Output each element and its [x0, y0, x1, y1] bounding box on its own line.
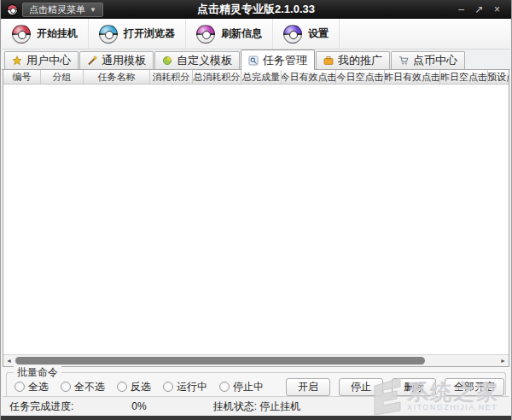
task-table: 编号 分组 任务名称 消耗积分 总消耗积分 总完成量 今日有效点击 今日空点击 …	[3, 70, 509, 367]
window-bottom-edge	[1, 416, 511, 420]
tab-task-management[interactable]: 任务管理	[241, 50, 315, 70]
radio-icon	[163, 382, 173, 392]
app-menu-button[interactable]: 点击精灵菜单 ▼	[22, 3, 103, 17]
radio-running-label: 运行中	[177, 380, 207, 394]
tab-strip: 用户中心 通用模板 自定义模板 任务管理 我的推广 点币中心	[2, 50, 510, 70]
table-header-row: 编号 分组 任务名称 消耗积分 总消耗积分 总完成量 今日有效点击 今日空点击 …	[3, 70, 509, 85]
close-icon[interactable]: ×	[490, 3, 504, 16]
settings-label: 设置	[308, 26, 329, 41]
pokeball-red-icon	[12, 25, 31, 44]
window-controls: – ↗ ×	[454, 3, 511, 16]
settings-button[interactable]: 设置	[273, 19, 340, 49]
pokeball-purple-icon	[196, 25, 215, 44]
start-hangup-label: 开始挂机	[37, 26, 78, 41]
table-body	[3, 85, 509, 354]
tab-user-center-label: 用户中心	[26, 53, 71, 68]
palette-icon	[162, 55, 172, 66]
tab-user-center[interactable]: 用户中心	[4, 51, 79, 69]
column-header-points-cost[interactable]: 消耗积分	[150, 70, 193, 84]
tab-custom-template[interactable]: 自定义模板	[154, 51, 240, 69]
tab-custom-template-label: 自定义模板	[177, 53, 232, 68]
radio-icon	[15, 382, 25, 392]
radio-icon	[117, 382, 127, 392]
column-header-today-empty-clicks[interactable]: 今日空点击	[336, 70, 385, 84]
app-window: 点击精灵菜单 ▼ 点击精灵专业版2.1.0.33 – ↗ × 开始挂机 打开浏览…	[0, 0, 512, 420]
scrollbar-thumb[interactable]	[15, 357, 425, 365]
radio-stopped-label: 停止中	[233, 380, 264, 394]
briefcase-icon	[323, 55, 334, 66]
column-header-yesterday-empty-clicks[interactable]: 昨日空点击	[440, 70, 488, 84]
radio-select-none-label: 全不选	[74, 380, 105, 394]
toolbar: 开始挂机 打开浏览器 刷新信息 设置	[2, 19, 510, 50]
radio-invert-selection-label: 反选	[131, 380, 151, 394]
radio-select-all-label: 全选	[28, 380, 49, 394]
delete-button[interactable]: 删除	[392, 378, 436, 396]
pokeball-blue-icon	[99, 25, 118, 44]
batch-command-panel: 批量命令 全选 全不选 反选 运行中 停止中	[3, 367, 509, 396]
hangup-status: 挂机状态: 停止挂机	[213, 400, 301, 414]
radio-select-none[interactable]: 全不选	[61, 380, 105, 394]
horizontal-scrollbar[interactable]: ◄ ►	[3, 354, 509, 366]
app-menu-label: 点击精灵菜单	[29, 3, 85, 16]
start-hangup-button[interactable]: 开始挂机	[2, 19, 89, 49]
maximize-icon[interactable]: ↗	[472, 3, 486, 16]
column-header-today-valid-clicks[interactable]: 今日有效点击	[282, 70, 336, 84]
progress-value: 0%	[131, 400, 146, 412]
column-header-id[interactable]: 编号	[3, 70, 41, 84]
open-browser-label: 打开浏览器	[124, 26, 175, 41]
tab-coin-center[interactable]: 点币中心	[391, 51, 465, 69]
app-logo-icon	[7, 4, 18, 15]
column-header-yesterday-valid-clicks[interactable]: 昨日有效点击	[385, 70, 440, 84]
progress-label: 任务完成进度:	[9, 400, 73, 414]
chevron-down-icon: ▼	[90, 6, 96, 14]
column-header-total-points-cost[interactable]: 总消耗积分	[193, 70, 241, 84]
status-bar: 任务完成进度: 0% 挂机状态: 停止挂机	[3, 396, 509, 416]
scroll-right-icon[interactable]: ►	[497, 355, 509, 366]
radio-invert-selection[interactable]: 反选	[117, 380, 151, 394]
cart-icon	[399, 55, 409, 66]
title-bar: 点击精灵菜单 ▼ 点击精灵专业版2.1.0.33 – ↗ ×	[1, 0, 511, 19]
column-header-total-completed[interactable]: 总完成量	[241, 70, 282, 84]
tab-generic-template[interactable]: 通用模板	[79, 51, 154, 69]
radio-running[interactable]: 运行中	[163, 380, 207, 394]
column-header-task-name[interactable]: 任务名称	[84, 70, 150, 84]
pokeball-violet-icon	[283, 25, 302, 44]
refresh-info-label: 刷新信息	[221, 26, 262, 41]
radio-icon	[219, 382, 230, 392]
batch-controls-row: 全选 全不选 反选 运行中 停止中 开启 停止 删除 全部开	[15, 377, 504, 396]
open-browser-button[interactable]: 打开浏览器	[89, 19, 186, 49]
column-header-preset-clicks[interactable]: 预设点击量	[488, 70, 509, 84]
wand-icon	[87, 55, 97, 66]
minimize-icon[interactable]: –	[454, 3, 468, 16]
tab-coin-center-label: 点币中心	[413, 53, 457, 68]
tab-task-management-label: 任务管理	[263, 53, 307, 68]
tab-generic-template-label: 通用模板	[102, 53, 146, 68]
refresh-info-button[interactable]: 刷新信息	[186, 19, 273, 49]
radio-stopped[interactable]: 停止中	[219, 380, 264, 394]
stop-button[interactable]: 停止	[339, 378, 383, 396]
tab-my-promotion[interactable]: 我的推广	[316, 51, 390, 69]
start-all-button[interactable]: 全部开启	[445, 378, 504, 396]
batch-buttons: 开启 停止 删除 全部开启	[286, 378, 504, 396]
start-button[interactable]: 开启	[286, 378, 330, 396]
column-header-group[interactable]: 分组	[41, 70, 84, 84]
radio-select-all[interactable]: 全选	[15, 380, 49, 394]
radio-icon	[61, 382, 71, 392]
task-search-icon	[248, 55, 259, 66]
star-icon	[12, 55, 22, 66]
tab-my-promotion-label: 我的推广	[338, 53, 382, 68]
scroll-left-icon[interactable]: ◄	[3, 355, 15, 366]
